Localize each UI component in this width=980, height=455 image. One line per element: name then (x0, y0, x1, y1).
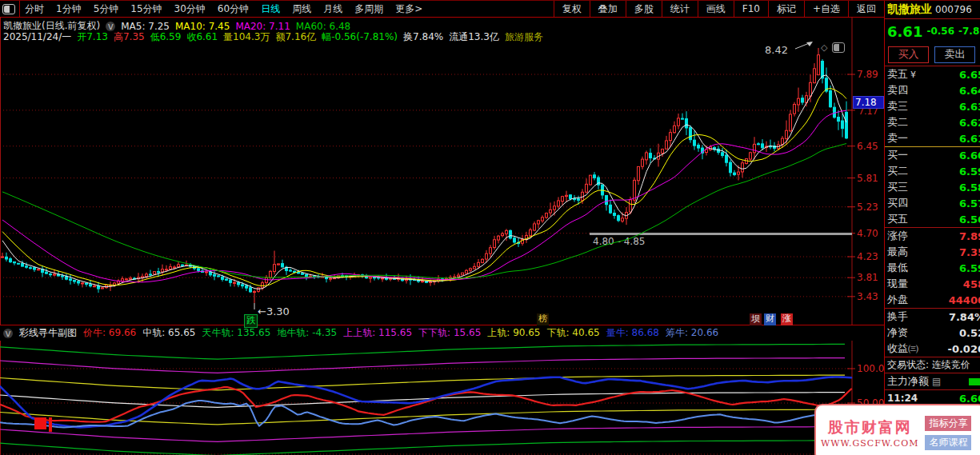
svg-text:100.0: 100.0 (857, 363, 884, 374)
bid-row-买四[interactable]: 买四6.57 (885, 195, 980, 211)
stat-row-涨停[interactable]: 涨停7.89 (885, 228, 980, 244)
ohlc-item: 高7.35 (114, 30, 145, 44)
event-badge-榜: 榜 (537, 313, 549, 325)
level-label: 换手 (887, 309, 908, 324)
main-chart-canvas[interactable]: 7.896.455.815.234.704.233.813.437.174.80… (0, 17, 884, 325)
level-price: 44400 (949, 294, 980, 306)
toolbar-button-多股[interactable]: 多股 (626, 1, 662, 17)
level-label: 现量 (887, 277, 908, 291)
toolbar-button-画线[interactable]: 画线 (698, 1, 734, 17)
ohlc-item: 量104.3万 (223, 30, 270, 44)
svg-text:4.70: 4.70 (857, 228, 878, 239)
indicator-legend-item: 价牛: 69.66 (83, 326, 136, 340)
bid-row-买五[interactable]: 买五6.56 (885, 211, 980, 227)
last-price-tag: 7.18 (853, 96, 884, 109)
ask-row-卖一[interactable]: 卖一6.61 (885, 130, 980, 146)
trade-status: 交易状态: 连续竞价 (885, 357, 980, 373)
stat-row-最高[interactable]: 最高7.35 (885, 244, 980, 260)
trading-app-window: 分时1分钟5分钟15分钟30分钟60分钟日线周线月线多周期更多> 复权叠加多股统… (0, 0, 980, 455)
last-price: 6.61 (887, 23, 922, 40)
toolbar-button-叠加[interactable]: 叠加 (590, 1, 626, 17)
stat-row-换手[interactable]: 换手7.84% (885, 309, 980, 325)
toolbar-buttons: 复权叠加多股统计画线F10标记+自选返回 (554, 1, 884, 17)
watermark-badge-名师课程: 名师课程 (925, 435, 971, 450)
tab-15分钟[interactable]: 15分钟 (130, 2, 162, 16)
ask-row-卖二[interactable]: 卖二6.62 (885, 114, 980, 130)
tab-30分钟[interactable]: 30分钟 (174, 2, 206, 16)
chevron-down-icon[interactable]: v (106, 22, 115, 31)
buy-button[interactable]: 买入 (888, 46, 929, 63)
ask-row-卖五[interactable]: 卖五¥6.65 (885, 66, 980, 82)
ohlc-item: 幅-0.56(-7.81%) (322, 30, 398, 44)
level-price: 6.63 (959, 101, 980, 113)
tab-5分钟[interactable]: 5分钟 (94, 2, 119, 16)
currency-symbol: ¥ (910, 70, 916, 80)
level-label: 卖三 (887, 99, 908, 114)
stat-row-外盘[interactable]: 外盘44400 (885, 292, 980, 308)
level-price: 6.56 (959, 214, 980, 226)
watermark-title: 股市财富网 (828, 417, 912, 438)
chevron-circle-icon[interactable]: v (3, 329, 13, 338)
ask-row-卖三[interactable]: 卖三6.63 (885, 98, 980, 114)
list-icon[interactable]: ▤ (932, 376, 941, 387)
tab-更多>[interactable]: 更多> (395, 2, 422, 16)
toolbar-separator (19, 1, 20, 17)
toolbar-button-标记[interactable]: 标记 (768, 1, 804, 17)
indicator-legend-item: 中轨: 65.65 (142, 326, 195, 340)
toolbar-button-复权[interactable]: 复权 (554, 1, 590, 17)
event-badge-跌: 跌 (244, 314, 258, 328)
ohlc-info-row: 2025/11/24/一开7.13高7.35低6.59收6.61量104.3万额… (3, 30, 543, 44)
period-tabs: 分时1分钟5分钟15分钟30分钟60分钟日线周线月线多周期更多> (25, 2, 422, 16)
tab-周线[interactable]: 周线 (292, 2, 311, 16)
stat-row-收益㈢[interactable]: 收益㈢-0.020 (885, 341, 980, 357)
level-label: 买二 (887, 164, 908, 178)
watermark-text: 股市财富网 WWW.GSCFW.COM (821, 417, 918, 449)
ask-row-卖四[interactable]: 卖四6.64 (885, 82, 980, 98)
indicator-header: v 彩线寻牛副图 价牛: 69.66中轨: 65.65天牛轨: 135.65地牛… (0, 325, 884, 341)
main-force-bar (969, 378, 980, 385)
stock-code: 000796 (935, 4, 972, 15)
bid-row-买二[interactable]: 买二6.59 (885, 163, 980, 179)
watermark: 股市财富网 WWW.GSCFW.COM 指标分享名师课程 (814, 404, 980, 455)
indicator-chart-canvas[interactable]: 100.050.00 (0, 341, 884, 455)
toolbar-button-+自选[interactable]: +自选 (804, 1, 848, 17)
level-label: 卖二 (887, 115, 908, 130)
bid-row-买一[interactable]: 买一6.60 (885, 147, 980, 163)
ohlc-item: 换7.84% (403, 30, 443, 44)
tab-1分钟[interactable]: 1分钟 (56, 2, 82, 16)
stat-row-最低[interactable]: 最低6.59 (885, 260, 980, 276)
quote-panel: 凯撒旅业 000796 6.61 -0.56 -7.81% 买入 卖出 卖五¥6… (884, 1, 980, 455)
level-label: 买四 (887, 196, 908, 210)
level-price: 7.89 (959, 230, 980, 242)
level-price: 6.61 (959, 133, 980, 145)
level-price: 6.60 (959, 150, 980, 162)
ohlc-item: 流通13.3亿 (449, 30, 499, 44)
watermark-url: WWW.GSCFW.COM (821, 438, 918, 449)
panel-toggle-icon[interactable] (832, 42, 845, 53)
level-price: -0.020 (947, 343, 980, 355)
stat-row-现量[interactable]: 现量458 (885, 276, 980, 292)
svg-text:8.42: 8.42 (765, 44, 788, 56)
tab-月线[interactable]: 月线 (323, 2, 342, 16)
stats-block-1: 涨停7.89最高7.35最低6.59现量458外盘44400 (885, 228, 980, 308)
tab-分时[interactable]: 分时 (25, 2, 44, 16)
diamond-icon[interactable]: ◇ (821, 42, 827, 53)
indicator-legend-item: 天牛轨: 135.65 (202, 326, 270, 340)
stat-row-净资[interactable]: 净资0.52 (885, 325, 980, 341)
toolbar-button-返回[interactable]: 返回 (848, 1, 884, 17)
split-window-icon[interactable] (2, 4, 15, 14)
toolbar-button-统计[interactable]: 统计 (662, 1, 698, 17)
indicator-legend-item: 地牛轨: -4.35 (277, 326, 337, 340)
level-label: 卖五 (887, 67, 908, 82)
tab-多周期[interactable]: 多周期 (354, 2, 383, 16)
svg-text:←3.30: ←3.30 (258, 305, 290, 317)
price-change: -0.56 (926, 26, 954, 37)
toolbar-button-F10[interactable]: F10 (734, 1, 768, 17)
event-badge-财: 财 (764, 313, 776, 325)
sell-button[interactable]: 卖出 (934, 46, 975, 63)
top-toolbar: 分时1分钟5分钟15分钟30分钟60分钟日线周线月线多周期更多> 复权叠加多股统… (0, 1, 884, 18)
tab-日线[interactable]: 日线 (261, 2, 280, 16)
bid-row-买三[interactable]: 买三6.58 (885, 179, 980, 195)
level-label: 卖四 (887, 83, 908, 98)
tab-60分钟[interactable]: 60分钟 (218, 2, 249, 16)
